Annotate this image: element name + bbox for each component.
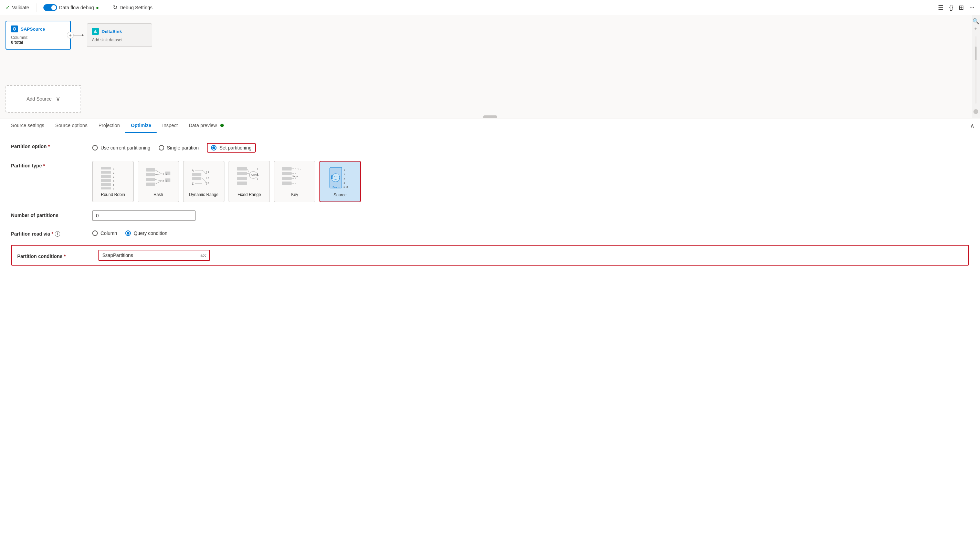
svg-line-20 bbox=[155, 170, 162, 174]
right-scrollbar: 🔍 + bbox=[972, 15, 980, 118]
number-partitions-input[interactable] bbox=[92, 210, 196, 221]
svg-text:3: 3 bbox=[257, 178, 258, 180]
sink-node-body: Add sink dataset bbox=[92, 38, 147, 43]
svg-text:Source: Source bbox=[332, 186, 340, 189]
conditions-input[interactable] bbox=[99, 250, 209, 260]
partition-option-row: Partition option * Use current partition… bbox=[11, 141, 969, 153]
add-source-box[interactable]: Add Source ∨ bbox=[5, 85, 81, 113]
svg-rect-14 bbox=[101, 187, 111, 189]
card-hash[interactable]: 1 2 2 3 Hash bbox=[138, 161, 179, 202]
panel-collapse-button[interactable]: ∧ bbox=[970, 122, 975, 130]
svg-rect-40 bbox=[237, 172, 247, 175]
radio-query-condition[interactable]: Query condition bbox=[125, 230, 167, 236]
required-star-option: * bbox=[48, 144, 49, 149]
radio-label-set: Set partitioning bbox=[219, 145, 251, 151]
partition-read-via-label: Partition read via * i bbox=[11, 229, 87, 236]
tab-inspect[interactable]: Inspect bbox=[157, 118, 183, 133]
partition-option-control: Use current partitioning Single partitio… bbox=[92, 141, 969, 153]
round-robin-diagram: 1 2 3 1 2 3 bbox=[99, 165, 127, 189]
svg-text:2: 2 bbox=[162, 179, 164, 182]
card-fixed-range[interactable]: Cond. 1 2 3 Fixed Range bbox=[229, 161, 270, 202]
debug-settings-button[interactable]: ↻ Debug Settings bbox=[113, 4, 152, 11]
radio-label-current: Use current partitioning bbox=[100, 145, 151, 151]
rows-icon[interactable]: ☰ bbox=[938, 4, 944, 11]
svg-text:2: 2 bbox=[257, 173, 258, 175]
add-after-source[interactable]: + bbox=[67, 32, 74, 39]
svg-text:} 2: } 2 bbox=[206, 176, 209, 179]
tab-projection[interactable]: Projection bbox=[93, 118, 125, 133]
radio-set-partitioning[interactable]: Set partitioning bbox=[207, 143, 255, 153]
radio-outer-column bbox=[92, 230, 98, 236]
panel-content: Partition option * Use current partition… bbox=[0, 133, 980, 274]
svg-rect-19 bbox=[146, 182, 155, 186]
svg-text:3: 3 bbox=[113, 175, 115, 179]
hash-diagram: 1 2 2 3 bbox=[145, 165, 172, 189]
debug-toggle[interactable] bbox=[43, 4, 57, 11]
info-icon-read-via[interactable]: i bbox=[55, 231, 60, 236]
svg-marker-3 bbox=[93, 30, 97, 33]
more-icon[interactable]: ··· bbox=[969, 4, 975, 11]
card-round-robin[interactable]: 1 2 3 1 2 3 Round Robin bbox=[92, 161, 134, 202]
card-key[interactable]: Keys 1 n Key bbox=[274, 161, 315, 202]
card-source[interactable]: 1 2 3 1 2 3 Source Source bbox=[319, 161, 361, 202]
radio-outer-current bbox=[92, 145, 98, 151]
card-label-dynamic-range: Dynamic Range bbox=[189, 192, 218, 197]
divider-1 bbox=[36, 3, 36, 12]
required-star-type: * bbox=[43, 163, 45, 168]
svg-text:1: 1 bbox=[162, 172, 164, 176]
check-icon: ✓ bbox=[5, 4, 10, 11]
svg-rect-52 bbox=[282, 177, 291, 180]
scrollbar-thumb[interactable] bbox=[975, 46, 977, 60]
search-icon[interactable]: 🔍 bbox=[972, 18, 979, 25]
svg-rect-6 bbox=[101, 171, 111, 174]
radio-label-query: Query condition bbox=[134, 230, 167, 236]
tab-optimize[interactable]: Optimize bbox=[125, 118, 157, 133]
add-source-label: Add Source bbox=[26, 96, 52, 102]
svg-rect-41 bbox=[237, 177, 247, 180]
scrollbar-track bbox=[975, 36, 977, 104]
debug-toggle-item[interactable]: Data flow debug ● bbox=[43, 4, 99, 11]
svg-rect-39 bbox=[237, 167, 247, 171]
flow-container: SAPSource Columns: 0 total + DeltaSink A… bbox=[5, 21, 970, 49]
debug-settings-label: Debug Settings bbox=[119, 5, 152, 10]
sink-node-name: DeltaSink bbox=[101, 29, 122, 34]
source-node-header: SAPSource bbox=[11, 26, 65, 32]
svg-rect-10 bbox=[101, 179, 111, 182]
panel-collapse-handle[interactable] bbox=[483, 115, 497, 118]
divider-2 bbox=[106, 3, 106, 12]
tab-source-settings[interactable]: Source settings bbox=[5, 118, 50, 133]
zoom-in-icon[interactable]: + bbox=[974, 26, 977, 32]
radio-single-partition[interactable]: Single partition bbox=[159, 145, 199, 151]
code-icon[interactable]: {} bbox=[949, 4, 953, 11]
partition-type-control: 1 2 3 1 2 3 Round Robin bbox=[92, 161, 969, 202]
radio-inner-set bbox=[213, 146, 215, 149]
svg-rect-51 bbox=[282, 172, 291, 175]
svg-line-23 bbox=[155, 181, 162, 184]
validate-button[interactable]: ✓ Validate bbox=[5, 4, 29, 11]
chevron-down-icon: ∨ bbox=[56, 95, 60, 103]
card-dynamic-range[interactable]: A Z } 1 } 2 } 3 Dynamic Range bbox=[183, 161, 224, 202]
radio-outer-query bbox=[125, 230, 131, 236]
add-sink-label: Add sink dataset bbox=[92, 38, 123, 43]
toolbar: ✓ Validate Data flow debug ● ↻ Debug Set… bbox=[0, 0, 980, 15]
monitor-icon[interactable]: ⊞ bbox=[959, 4, 964, 11]
partition-type-label: Partition type * bbox=[11, 161, 87, 168]
sap-source-node[interactable]: SAPSource Columns: 0 total + bbox=[5, 21, 71, 49]
radio-use-current[interactable]: Use current partitioning bbox=[92, 145, 151, 151]
partition-type-row: Partition type * 1 2 3 bbox=[11, 161, 969, 202]
delta-sink-node[interactable]: DeltaSink Add sink dataset bbox=[87, 23, 152, 47]
debug-status-icon: ● bbox=[96, 5, 99, 10]
svg-rect-53 bbox=[282, 182, 291, 185]
tab-data-preview[interactable]: Data preview bbox=[183, 118, 229, 133]
number-partitions-label: Number of partitions bbox=[11, 210, 87, 218]
svg-text:Z: Z bbox=[192, 182, 194, 185]
validate-label: Validate bbox=[12, 5, 29, 10]
card-label-key: Key bbox=[291, 192, 298, 197]
dynamic-range-diagram: A Z } 1 } 2 } 3 bbox=[190, 165, 218, 189]
card-label-round-robin: Round Robin bbox=[101, 192, 125, 197]
svg-text:2: 2 bbox=[344, 173, 345, 176]
svg-rect-50 bbox=[282, 167, 291, 171]
tab-source-options[interactable]: Source options bbox=[50, 118, 93, 133]
svg-rect-4 bbox=[101, 167, 111, 169]
radio-column[interactable]: Column bbox=[92, 230, 117, 236]
